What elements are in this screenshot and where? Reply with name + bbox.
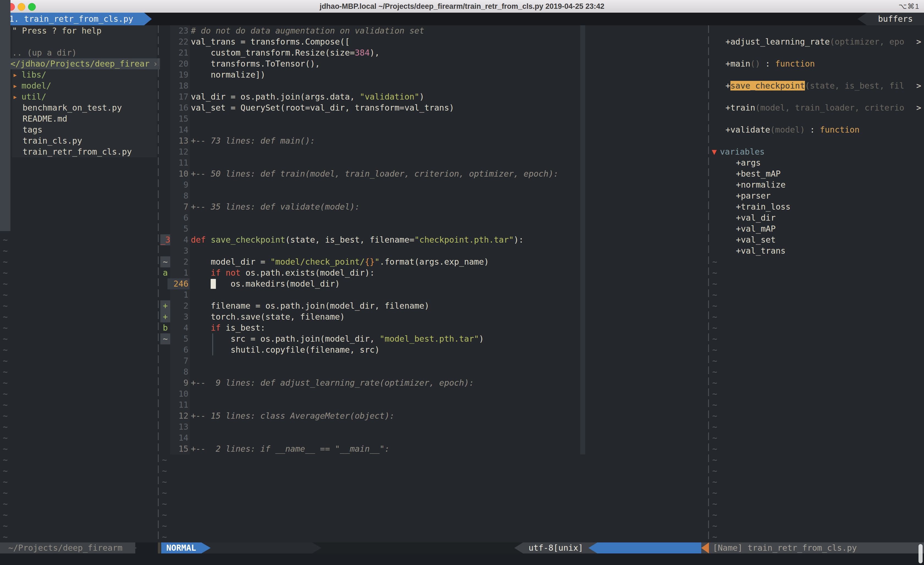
tree-item-jdhao-projects-deep-firear[interactable]: </jdhao/Projects/deep_firear› <box>0 58 160 69</box>
code-line[interactable]: a1 if not os.path.exists(model_dir): <box>160 267 706 278</box>
code-line[interactable]: ~5 src = os.path.join(model_dir, "model_… <box>160 334 706 344</box>
tag-val-set[interactable]: +val_set <box>711 234 924 245</box>
code-text: +-- 2 lines: if __name__ == "__main__": <box>191 443 389 454</box>
vertical-split-separator[interactable] <box>158 25 159 542</box>
code-line[interactable]: 14 <box>160 124 706 135</box>
code-fold-line[interactable]: 12+-- 15 lines: class AverageMeter(objec… <box>160 410 706 421</box>
filler-line: ~ <box>711 367 924 377</box>
tree-item-util[interactable]: ▸util/ <box>0 91 160 102</box>
tilde-marker: ~ <box>160 499 167 509</box>
code-fold-line[interactable]: 13+-- 73 lines: def main(): <box>160 135 706 146</box>
code-line[interactable]: 1 <box>160 289 706 301</box>
mode-indicator: NORMAL <box>161 542 201 553</box>
scrollbar-thumb[interactable] <box>918 544 922 563</box>
tag-val-trans[interactable]: +val_trans <box>711 245 924 256</box>
buffers-label: buffers <box>867 13 924 25</box>
tilde-marker: ~ <box>0 246 8 255</box>
tagbar-gutter-bar <box>0 0 10 231</box>
tilde-marker: ~ <box>0 433 8 443</box>
code-line[interactable]: 7 <box>160 355 706 367</box>
code-line[interactable]: 15 <box>160 113 706 124</box>
code-fold-line[interactable]: 10+-- 50 lines: def train(model, train_l… <box>160 168 706 179</box>
code-line[interactable]: b4 if is_best: <box>160 322 706 334</box>
filler-line: ~ <box>0 443 160 454</box>
tag-section-variables[interactable]: ▼variables <box>711 146 924 157</box>
code-line[interactable]: 5 <box>160 223 706 234</box>
code-line[interactable]: +3 torch.save(state, filename) <box>160 311 706 322</box>
code-line[interactable]: 10 <box>160 388 706 400</box>
tag-main[interactable]: +main() : function <box>711 58 924 69</box>
statusline-split-mark <box>158 542 160 553</box>
code-line[interactable]: 17val_dir = os.path.join(args.data, "val… <box>160 91 706 102</box>
filler-line: ~ <box>160 499 706 509</box>
tree-item-train-cls-py[interactable]: train_cls.py <box>0 135 160 146</box>
tag-train-loss[interactable]: +train_loss <box>711 201 924 212</box>
tag-normalize[interactable]: +normalize <box>711 179 924 190</box>
code-line[interactable]: 22val_trans = transforms.Compose([ <box>160 36 706 47</box>
tag-save-checkpoint[interactable]: +save_checkpoint(state, is_best, fil> <box>711 80 924 91</box>
code-line[interactable]: 6 <box>160 212 706 223</box>
line-number: 14 <box>170 433 188 443</box>
code-line[interactable]: 19 normalize]) <box>160 69 706 80</box>
tree-item-benchmark-on-test-py[interactable]: benchmark_on_test.py <box>0 102 160 113</box>
code-line[interactable]: 11 <box>160 400 706 410</box>
block-cursor <box>211 279 216 289</box>
tag-train[interactable]: +train(model, train_loader, criterio> <box>711 102 924 113</box>
code-line[interactable]: 246 os.makedirs(model_dir) <box>160 278 706 289</box>
code-line[interactable]: 21 custom_transform.Resize(size=384), <box>160 47 706 58</box>
code-fold-line[interactable]: 15+-- 2 lines: if __name__ == "__main__"… <box>160 443 706 454</box>
code-line[interactable]: 8 <box>160 190 706 201</box>
powerline-arrow-icon <box>201 542 211 553</box>
tilde-marker: ~ <box>0 466 8 476</box>
code-line[interactable]: 23# do not do data augmentation on valid… <box>160 25 706 36</box>
code-line[interactable]: +2 filename = os.path.join(model_dir, fi… <box>160 301 706 311</box>
filler-line: ~ <box>0 466 160 476</box>
fold-open-icon: ▼ <box>712 147 717 156</box>
tree-item-readme-md[interactable]: README.md <box>0 113 160 124</box>
code-text: src = os.path.join(model_dir, "model_bes… <box>191 334 484 344</box>
gutter-sign: + <box>160 311 170 322</box>
code-line[interactable]: 16val_set = QuerySet(root=val_dir, trans… <box>160 102 706 113</box>
tag-val-map[interactable]: +val_mAP <box>711 223 924 234</box>
tab-shortcut-badge: ⌥⌘1 <box>899 0 920 13</box>
tilde-marker: ~ <box>711 400 717 410</box>
tilde-marker: ~ <box>711 334 717 344</box>
tilde-marker: ~ <box>160 532 167 542</box>
vertical-split-separator[interactable] <box>708 25 709 542</box>
code-line[interactable]: 18 <box>160 80 706 91</box>
line-number: 12 <box>170 146 188 157</box>
tilde-marker: ~ <box>711 499 717 509</box>
tag-parser[interactable]: +parser <box>711 190 924 201</box>
tree-item-model[interactable]: ▸model/ <box>0 80 160 91</box>
tab-train-retr-from-cls[interactable]: 1. train_retr_from_cls.py <box>3 13 144 25</box>
tilde-marker: ~ <box>160 466 167 476</box>
filler-line: ~ <box>0 476 160 487</box>
tree-item-up-a-dir[interactable]: .. (up a dir) <box>0 47 160 58</box>
code-line[interactable]: 6 shutil.copyfile(filename, src) <box>160 344 706 355</box>
color-column-80 <box>580 25 585 454</box>
code-line[interactable]: ~2 model_dir = "model/check_point/{}".fo… <box>160 256 706 267</box>
tag-validate[interactable]: +validate(model) : function <box>711 124 924 135</box>
tilde-marker: ~ <box>0 510 8 520</box>
tag-adjust-learning-rate[interactable]: +adjust_learning_rate(optimizer, epo> <box>711 36 924 47</box>
code-line[interactable]: 13 <box>160 421 706 433</box>
code-fold-line[interactable]: 9+-- 9 lines: def adjust_learning_rate(o… <box>160 377 706 388</box>
tree-item-libs[interactable]: ▸libs/ <box>0 69 160 80</box>
code-line[interactable]: 12 <box>160 146 706 157</box>
code-line[interactable]: 11 <box>160 157 706 168</box>
tag-best-map[interactable]: +best_mAP <box>711 168 924 179</box>
code-line[interactable]: _34def save_checkpoint(state, is_best, f… <box>160 234 706 245</box>
tilde-marker: ~ <box>711 257 717 266</box>
code-line[interactable]: 9 <box>160 179 706 190</box>
tree-item-tags[interactable]: tags <box>0 124 160 135</box>
code-line[interactable]: 8 <box>160 367 706 377</box>
code-line[interactable]: 14 <box>160 433 706 443</box>
tree-item-train-retr-from-cls-py[interactable]: train_retr_from_cls.py <box>0 146 160 157</box>
statusline-tree-path: ~/Projects/deep_firearm <box>0 542 135 553</box>
code-line[interactable]: 3 <box>160 245 706 256</box>
tag-val-dir[interactable]: +val_dir <box>711 212 924 223</box>
code-fold-line[interactable]: 7+-- 35 lines: def validate(model): <box>160 201 706 212</box>
line-number: 13 <box>170 135 188 146</box>
code-line[interactable]: 20 transforms.ToTensor(), <box>160 58 706 69</box>
tag-args[interactable]: +args <box>711 157 924 168</box>
